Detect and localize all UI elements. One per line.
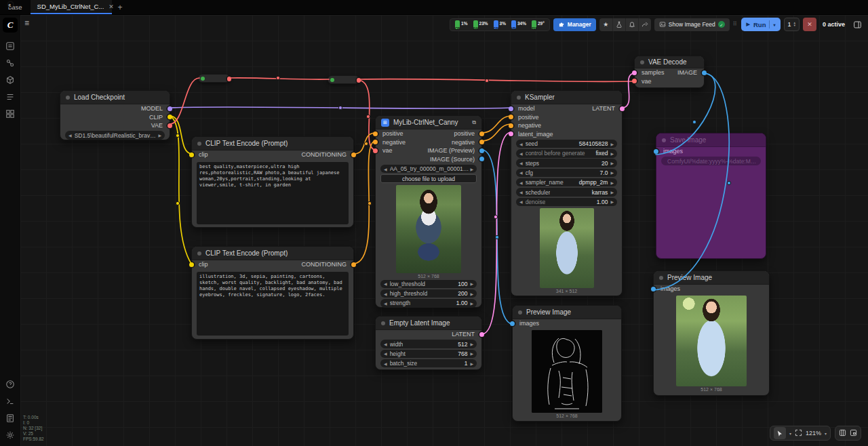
input-slot-samples[interactable] [632,70,637,75]
run-options-chevron-icon[interactable]: ▾ [773,22,775,27]
reroute-output-dot[interactable] [357,78,361,83]
node-clip-text-encode-positive[interactable]: CLIP Text Encode (Prompt) clip CONDITION… [191,136,354,228]
show-image-feed-button[interactable]: Show Image Feed ✓ [654,18,730,31]
combo-left-icon[interactable]: ◀ [384,167,387,171]
zoom-level[interactable]: 121% [806,430,821,437]
widget-batch-size[interactable]: ◀batch_size1▶ [380,359,477,368]
sidebar-settings-icon[interactable] [5,430,16,441]
input-slot-negative[interactable] [509,123,513,128]
combo-left-icon[interactable]: ◀ [68,133,72,138]
open-group-icon[interactable]: ⧉ [472,119,476,126]
input-slot-clip[interactable] [189,262,194,267]
widget-control-before-generate[interactable]: ◀control before generatefixed▶ [516,149,617,158]
sidebar-node-library-icon[interactable] [5,58,16,68]
workflows-menu[interactable]: base ● [0,0,31,14]
widget-cfg[interactable]: ◀cfg7.0▶ [516,169,617,178]
share-icon[interactable] [638,18,651,31]
batch-count-stepper[interactable]: 1 ▲ ▼ [784,18,799,31]
node-clip-text-encode-negative[interactable]: CLIP Text Encode (Prompt) clip CONDITION… [191,246,354,340]
bell-icon[interactable] [625,18,638,31]
sidebar-templates-icon[interactable] [5,108,16,119]
reroute-node[interactable] [328,75,359,84]
cursor-tool-button[interactable] [774,427,786,439]
input-slot-negative[interactable] [373,140,378,144]
new-tab-button[interactable]: + [112,0,129,14]
node-mylib-ctrlnet-canny[interactable]: ⊞ MyLib-CtrlNet_Canny ⧉ positive positiv… [375,115,482,308]
output-slot-negative[interactable] [479,140,484,144]
combo-right-icon[interactable]: ▶ [470,167,473,171]
node-vae-decode[interactable]: VAE Decode samples IMAGE vae [634,56,705,88]
reroute-node[interactable] [198,74,230,83]
widget-height[interactable]: ◀height768▶ [380,350,477,359]
collapse-dot[interactable] [197,251,201,256]
input-slot-images[interactable] [510,321,515,326]
collapse-dot[interactable] [518,310,522,315]
zoom-chevron-icon[interactable]: ▾ [825,431,827,436]
output-slot-latent[interactable] [479,332,484,337]
widget-denoise[interactable]: ◀denoise1.00▶ [516,198,617,207]
input-slot-images[interactable] [651,287,656,291]
node-ksampler[interactable]: KSampler model LATENT positive negative … [511,90,623,296]
tab-active-workflow[interactable]: SD_MyLib_CtrlNet_C... ✕ [31,0,112,14]
node-preview-image-canny[interactable]: Preview Image images 512 × 768 [512,305,622,422]
output-slot-conditioning[interactable] [351,262,356,267]
output-slot-image[interactable] [702,70,707,75]
widget-sampler-name[interactable]: ◀sampler_namedpmpp_2m▶ [516,178,617,187]
output-slot-image-preview[interactable] [479,148,484,153]
output-slot-clip[interactable] [167,115,172,119]
collapse-dot[interactable] [66,96,70,100]
tool-chevron-icon[interactable]: ▾ [789,431,791,436]
canvas-menu-icon[interactable]: ≡ [24,18,29,28]
reroute-output-dot[interactable] [227,77,232,81]
input-slot-images[interactable] [654,149,658,154]
combo-right-icon[interactable]: ▶ [158,133,161,138]
output-slot-model[interactable] [167,106,172,111]
reroute-input-dot[interactable] [201,77,205,81]
input-slot-latent-image[interactable] [509,131,513,136]
output-slot-image-source[interactable] [479,157,484,161]
ckpt-name-combo[interactable]: ◀SD1.5\beautifulRealistic_brav5. ...▶ [65,131,165,140]
sidebar-help-icon[interactable] [5,379,16,390]
widget-scheduler[interactable]: ◀schedulerkarras▶ [516,188,617,197]
toggle-links-icon[interactable] [839,429,846,438]
widget-width[interactable]: ◀width512▶ [380,340,477,348]
fit-view-icon[interactable] [795,429,802,438]
collapse-dot[interactable] [659,276,663,280]
node-empty-latent-image[interactable]: Empty Latent Image LATENT ◀width512▶ ◀he… [375,316,482,370]
choose-file-button[interactable]: choose file to upload [380,174,477,183]
sidebar-terminal-icon[interactable] [5,396,16,407]
stepper-down-icon[interactable]: ▼ [793,24,796,28]
widget-strength[interactable]: ◀strength1.00▶ [380,299,477,308]
sidebar-workflows-icon[interactable] [5,41,16,52]
source-image-combo[interactable]: ◀AA_05_try_00000_m_00001_m...▶ [380,165,477,174]
output-slot-latent[interactable] [620,106,625,111]
collapse-dot[interactable] [197,142,201,146]
input-slot-positive[interactable] [373,131,378,136]
toggle-right-panel-icon[interactable] [851,18,864,31]
prompt-textarea[interactable]: best quality,masterpiece,ultra high res,… [197,162,349,224]
input-slot-positive[interactable] [509,115,513,119]
output-slot-conditioning[interactable] [351,153,356,157]
input-slot-vae[interactable] [632,79,637,83]
output-slot-vae[interactable] [167,123,172,128]
node-load-checkpoint[interactable]: Load Checkpoint MODEL CLIP VAE ◀SD1.5\be… [60,90,170,140]
output-slot-positive[interactable] [479,131,484,136]
sidebar-model-library-icon[interactable] [5,75,16,85]
sidebar-queue-icon[interactable] [5,92,16,102]
interrupt-button[interactable]: ✕ [803,18,816,31]
star-icon[interactable]: ★ [599,18,612,31]
widget-filename-prefix[interactable]: ComfyUI/%date:yyyy%-%date:MM... [661,157,761,165]
widget-low-threshold[interactable]: ◀low_threshold100▶ [380,280,477,289]
input-slot-vae[interactable] [373,148,378,153]
minimap-icon[interactable] [850,429,857,438]
node-save-image-bypassed[interactable]: Save Image images ComfyUI/%date:yyyy%-%d… [656,133,766,259]
collapse-dot[interactable] [662,138,666,142]
collapse-dot[interactable] [381,321,385,325]
run-button[interactable]: ▶ Run ▾ [741,18,781,31]
collapse-dot[interactable] [640,60,644,64]
input-slot-clip[interactable] [189,153,194,157]
widget-steps[interactable]: ◀steps20▶ [516,159,617,167]
node-preview-image-final[interactable]: Preview Image images 512 × 768 [653,270,770,396]
reroute-input-dot[interactable] [330,78,334,82]
widget-high-threshold[interactable]: ◀high_threshold200▶ [380,289,477,298]
